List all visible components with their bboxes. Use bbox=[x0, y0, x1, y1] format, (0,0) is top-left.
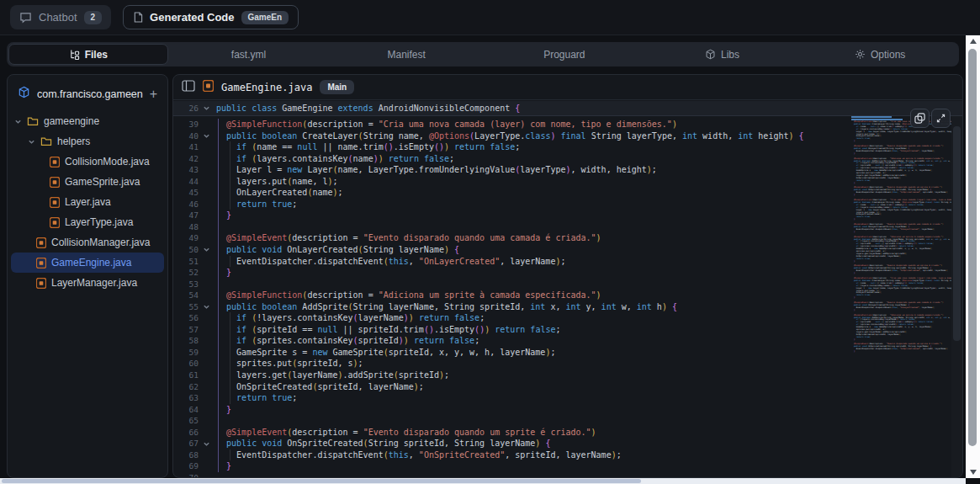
code-line-text[interactable]: EventDispatcher.dispatchEvent(this, "OnS… bbox=[214, 449, 622, 461]
tab-generated-code[interactable]: Generated CodeGameEn bbox=[123, 5, 299, 29]
chevron-down-icon[interactable] bbox=[28, 138, 35, 146]
code-line-40[interactable]: 40 public boolean CreateLayer(String nam… bbox=[173, 130, 952, 142]
code-line-text[interactable]: if (name == null || name.trim().isEmpty(… bbox=[214, 141, 520, 153]
code-line-text[interactable]: } bbox=[214, 404, 231, 416]
code-line-57[interactable]: 57 if (spriteId == null || spriteId.trim… bbox=[173, 324, 952, 336]
code-line-text[interactable] bbox=[214, 221, 216, 233]
code-line-51[interactable]: 51 EventDispatcher.dispatchEvent(this, "… bbox=[173, 256, 952, 268]
expand-editor-button[interactable] bbox=[931, 109, 951, 128]
code-line-48[interactable]: 48 bbox=[173, 221, 952, 233]
code-line-58[interactable]: 58 if (sprites.containsKey(spriteId)) re… bbox=[173, 335, 952, 347]
code-line-43[interactable]: 43 Layer l = new Layer(name, LayerType.f… bbox=[173, 164, 952, 176]
code-line-54[interactable]: 54 @SimpleFunction(description = "Adicio… bbox=[173, 290, 952, 301]
code-line-44[interactable]: 44 layers.put(name, l); bbox=[173, 176, 952, 188]
code-line-56[interactable]: 56 if (!layers.containsKey(layerName)) r… bbox=[173, 312, 952, 324]
fold-chevron-icon[interactable] bbox=[199, 301, 214, 313]
code-line-text[interactable]: EventDispatcher.dispatchEvent(this, "OnL… bbox=[214, 256, 565, 268]
editor-vertical-scrollbar[interactable] bbox=[951, 101, 962, 477]
code-line-text[interactable]: } bbox=[214, 460, 231, 472]
tree-item-gameengine-java[interactable]: GameEngine.java bbox=[11, 253, 164, 273]
code-line-66[interactable]: 66 @SimpleEvent(description = "Evento di… bbox=[173, 427, 952, 439]
fold-chevron-icon[interactable] bbox=[199, 244, 214, 256]
code-line-41[interactable]: 41 if (name == null || name.trim().isEmp… bbox=[173, 141, 952, 153]
tree-item-gameengine[interactable]: gameengine bbox=[11, 111, 164, 131]
scroll-down-arrow[interactable] bbox=[966, 466, 980, 478]
code-line-45[interactable]: 45 OnLayerCreated(name); bbox=[173, 187, 952, 199]
code-line-39[interactable]: 39 @SimpleFunction(description = "Cria u… bbox=[173, 119, 952, 130]
code-line-text[interactable]: public void OnLayerCreated(String layerN… bbox=[214, 244, 459, 256]
code-area[interactable]: 39 @SimpleFunction(description = "Cria u… bbox=[173, 119, 952, 477]
code-line-text[interactable]: layers.get(layerName).addSprite(spriteId… bbox=[214, 370, 449, 381]
code-line-text[interactable]: sprites.put(spriteId, s); bbox=[214, 358, 363, 370]
code-line-65[interactable]: 65 bbox=[173, 415, 952, 427]
code-line-text[interactable]: Layer l = new Layer(name, LayerType.from… bbox=[214, 164, 657, 176]
scroll-up-arrow[interactable] bbox=[966, 35, 980, 47]
toolbar-tab-proguard[interactable]: Proguard bbox=[485, 42, 644, 66]
code-line-67[interactable]: 67 public void OnSpriteCreated(String sp… bbox=[173, 438, 952, 449]
code-line-text[interactable]: if (sprites.containsKey(spriteId)) retur… bbox=[214, 335, 479, 347]
editor-scrollbar-thumb[interactable] bbox=[953, 126, 961, 341]
page-vertical-scrollbar[interactable] bbox=[966, 35, 980, 478]
code-line-text[interactable]: return true; bbox=[214, 392, 297, 404]
code-line-47[interactable]: 47 } bbox=[173, 210, 952, 221]
tree-item-layer-java[interactable]: Layer.java bbox=[11, 192, 164, 212]
tree-item-helpers[interactable]: helpers bbox=[11, 131, 164, 152]
code-line-53[interactable]: 53 bbox=[173, 279, 952, 290]
code-line-42[interactable]: 42 if (layers.containsKey(name)) return … bbox=[173, 153, 952, 165]
tree-item-gamesprite-java[interactable]: GameSprite.java bbox=[11, 172, 164, 192]
code-line-46[interactable]: 46 return true; bbox=[173, 199, 952, 210]
code-line-52[interactable]: 52 } bbox=[173, 267, 952, 279]
code-line-text[interactable] bbox=[214, 415, 216, 427]
chevron-down-icon[interactable] bbox=[14, 118, 22, 125]
code-line-text[interactable]: public class GameEngine extends AndroidN… bbox=[214, 101, 520, 115]
minimap[interactable]: @SimpleFunction(description = "Cria uma … bbox=[846, 101, 952, 431]
code-line-61[interactable]: 61 layers.get(layerName).addSprite(sprit… bbox=[173, 370, 952, 381]
code-line-59[interactable]: 59 GameSprite s = new GameSprite(spriteI… bbox=[173, 347, 952, 359]
code-line-64[interactable]: 64 } bbox=[173, 404, 952, 416]
code-line-50[interactable]: 50 public void OnLayerCreated(String lay… bbox=[173, 244, 952, 256]
code-line-text[interactable]: @SimpleEvent(description = "Evento dispa… bbox=[214, 232, 601, 244]
tree-item-collisionmanager-java[interactable]: CollisionManager.java bbox=[11, 232, 164, 253]
code-line-text[interactable] bbox=[214, 472, 216, 477]
tree-item-layermanager-java[interactable]: LayerManager.java bbox=[11, 273, 164, 293]
code-line-62[interactable]: 62 OnSpriteCreated(spriteId, layerName); bbox=[173, 381, 952, 393]
code-line-text[interactable] bbox=[214, 279, 216, 290]
tree-item-layertype-java[interactable]: LayerType.java bbox=[11, 212, 164, 232]
code-line-55[interactable]: 55 public boolean AddSprite(String layer… bbox=[173, 301, 952, 313]
code-line-text[interactable]: public boolean AddSprite(String layerNam… bbox=[214, 301, 677, 313]
code-line-69[interactable]: 69 } bbox=[173, 460, 952, 472]
code-line-text[interactable]: if (!layers.containsKey(layerName)) retu… bbox=[214, 312, 485, 324]
code-line-68[interactable]: 68 EventDispatcher.dispatchEvent(this, "… bbox=[173, 449, 952, 461]
code-line-text[interactable]: OnSpriteCreated(spriteId, layerName); bbox=[214, 381, 424, 393]
toolbar-tab-manifest[interactable]: Manifest bbox=[327, 42, 485, 66]
code-line-70[interactable]: 70 bbox=[173, 472, 952, 477]
toolbar-tab-fast-yml[interactable]: fast.yml bbox=[170, 42, 328, 66]
page-scrollbar-thumb[interactable] bbox=[968, 49, 977, 446]
code-line-text[interactable]: return true; bbox=[214, 199, 297, 210]
code-line-text[interactable]: @SimpleFunction(description = "Cria uma … bbox=[214, 119, 677, 130]
code-line-text[interactable]: layers.put(name, l); bbox=[214, 176, 338, 188]
code-line-text[interactable]: @SimpleFunction(description = "Adiciona … bbox=[214, 290, 601, 301]
page-hscrollbar-thumb[interactable] bbox=[2, 479, 641, 483]
code-line-text[interactable]: if (spriteId == null || spriteId.trim().… bbox=[214, 324, 561, 336]
fold-chevron-icon[interactable] bbox=[199, 101, 214, 115]
toolbar-tab-libs[interactable]: Libs bbox=[644, 42, 802, 66]
fold-chevron-icon[interactable] bbox=[199, 438, 214, 449]
code-line-text[interactable]: public void OnSpriteCreated(String sprit… bbox=[214, 438, 550, 449]
add-file-button[interactable]: + bbox=[150, 88, 157, 100]
code-line-49[interactable]: 49 @SimpleEvent(description = "Evento di… bbox=[173, 232, 952, 244]
toolbar-tab-options[interactable]: Options bbox=[801, 42, 959, 66]
code-line-text[interactable]: OnLayerCreated(name); bbox=[214, 187, 343, 199]
page-horizontal-scrollbar[interactable] bbox=[0, 478, 966, 484]
toolbar-tab-files[interactable]: Files bbox=[8, 44, 168, 65]
tab-chatbot[interactable]: Chatbot2 bbox=[10, 5, 111, 29]
code-line-text[interactable]: GameSprite s = new GameSprite(spriteId, … bbox=[214, 347, 555, 359]
sticky-line-26[interactable]: 26public class GameEngine extends Androi… bbox=[173, 101, 962, 116]
code-line-text[interactable]: } bbox=[214, 267, 231, 279]
fold-chevron-icon[interactable] bbox=[199, 130, 214, 142]
code-line-text[interactable]: @SimpleEvent(description = "Evento dispa… bbox=[214, 427, 596, 439]
code-line-text[interactable]: public boolean CreateLayer(String name, … bbox=[214, 130, 804, 142]
code-line-text[interactable]: } bbox=[214, 210, 231, 221]
tree-item-collisionmode-java[interactable]: CollisionMode.java bbox=[11, 152, 164, 172]
code-line-60[interactable]: 60 sprites.put(spriteId, s); bbox=[173, 358, 952, 370]
